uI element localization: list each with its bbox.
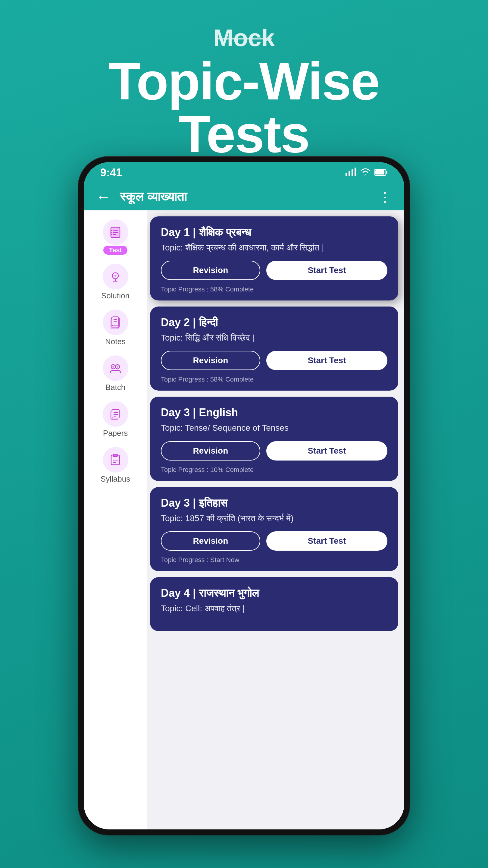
day3-eng-progress: Topic Progress : 10% Complete xyxy=(161,466,387,474)
papers-label: Papers xyxy=(103,429,128,438)
day2-start-test-button[interactable]: Start Test xyxy=(266,351,387,370)
nav-title: स्कूल व्याख्याता xyxy=(120,190,369,204)
status-time: 9:41 xyxy=(100,166,122,179)
day2-topic: Topic: सिद्धि और संधि विच्छेद | xyxy=(161,332,387,344)
svg-point-12 xyxy=(111,230,112,231)
syllabus-icon xyxy=(109,454,122,466)
day3-eng-title: Day 3 | English xyxy=(161,406,387,419)
test-icon-container xyxy=(103,219,128,245)
batch-icon xyxy=(109,362,122,375)
svg-rect-3 xyxy=(355,167,356,176)
day4-card: Day 4 | राजस्थान भुगोल Topic: Cell: अपवा… xyxy=(150,577,398,631)
day3-history-progress: Topic Progress : Start Now xyxy=(161,556,387,564)
test-active-badge: Test xyxy=(103,246,127,255)
day2-card: Day 2 | हिन्दी Topic: सिद्धि और संधि विच… xyxy=(150,307,398,391)
more-button[interactable]: ⋮ xyxy=(378,189,392,205)
sidebar-item-syllabus[interactable]: Syllabus xyxy=(84,444,147,487)
mock-label: Mock xyxy=(213,24,275,52)
syllabus-icon-container xyxy=(103,447,128,472)
svg-rect-37 xyxy=(113,454,118,457)
sidebar-item-test[interactable]: Test xyxy=(84,216,147,258)
svg-rect-32 xyxy=(112,410,119,418)
day4-title: Day 4 | राजस्थान भुगोल xyxy=(161,587,387,599)
signal-icon xyxy=(346,167,356,179)
day1-title: Day 1 | शैक्षिक प्रबन्ध xyxy=(161,226,387,239)
day3-history-topic: Topic: 1857 की क्रांति (भारत के सन्दर्भ … xyxy=(161,513,387,524)
svg-rect-6 xyxy=(375,170,384,175)
day3-eng-topic: Topic: Tense/ Sequence of Tenses xyxy=(161,422,387,434)
syllabus-label: Syllabus xyxy=(101,474,130,484)
title-line2: Tests xyxy=(178,104,310,163)
test-icon xyxy=(109,226,122,239)
day3-history-revision-button[interactable]: Revision xyxy=(161,531,260,551)
notes-label: Notes xyxy=(105,337,126,346)
day1-start-test-button[interactable]: Start Test xyxy=(266,261,387,280)
svg-rect-1 xyxy=(349,171,350,176)
svg-point-14 xyxy=(111,234,112,235)
status-icons xyxy=(346,167,388,179)
day2-title: Day 2 | हिन्दी xyxy=(161,316,387,329)
svg-rect-2 xyxy=(352,169,353,176)
solution-label: Solution xyxy=(101,291,130,301)
svg-point-30 xyxy=(117,366,119,368)
battery-icon xyxy=(375,167,388,179)
day4-topic: Topic: Cell: अपवाह तंत्र | xyxy=(161,602,387,614)
day3-history-card: Day 3 | इतिहास Topic: 1857 की क्रांति (भ… xyxy=(150,487,398,571)
sidebar-item-papers[interactable]: Papers xyxy=(84,398,147,441)
sidebar-item-batch[interactable]: Batch xyxy=(84,352,147,395)
sidebar: Test Solution xyxy=(84,210,147,830)
day1-card: Day 1 | शैक्षिक प्रबन्ध Topic: शैक्षिक प… xyxy=(150,216,398,301)
day3-eng-revision-button[interactable]: Revision xyxy=(161,441,260,461)
day3-history-start-test-button[interactable]: Start Test xyxy=(266,531,387,551)
back-button[interactable]: ← xyxy=(96,188,111,206)
day3-history-buttons: Revision Start Test xyxy=(161,531,387,551)
nav-bar: ← स्कूल व्याख्याता ⋮ xyxy=(84,183,404,210)
main-title: Topic-Wise Tests xyxy=(0,55,488,160)
phone-screen: 9:41 xyxy=(84,162,404,830)
day1-topic: Topic: शैक्षिक प्रबन्ध की अवधारणा, कार्य… xyxy=(161,242,387,253)
day3-history-title: Day 3 | इतिहास xyxy=(161,497,387,509)
day3-eng-card: Day 3 | English Topic: Tense/ Sequence o… xyxy=(150,397,398,481)
sidebar-item-notes[interactable]: Notes xyxy=(84,307,147,349)
solution-icon xyxy=(109,270,122,283)
papers-icon xyxy=(109,408,122,421)
phone-wrapper: 9:41 xyxy=(78,157,410,835)
svg-point-13 xyxy=(111,232,112,233)
wifi-icon xyxy=(360,167,371,179)
content-area: Test Solution xyxy=(84,210,404,830)
header-section: Mock Topic-Wise Tests xyxy=(0,24,488,160)
svg-rect-5 xyxy=(386,171,387,174)
day3-eng-buttons: Revision Start Test xyxy=(161,441,387,461)
svg-rect-0 xyxy=(346,173,347,176)
title-line1: Topic-Wise xyxy=(109,52,380,111)
day1-buttons: Revision Start Test xyxy=(161,261,387,280)
notes-icon xyxy=(109,316,122,329)
svg-point-29 xyxy=(112,366,114,368)
day1-revision-button[interactable]: Revision xyxy=(161,261,260,280)
day2-progress: Topic Progress : 58% Complete xyxy=(161,375,387,383)
cards-area: Day 1 | शैक्षिक प्रबन्ध Topic: शैक्षिक प… xyxy=(147,210,404,830)
batch-label: Batch xyxy=(105,383,126,392)
day2-revision-button[interactable]: Revision xyxy=(161,351,260,370)
status-bar: 9:41 xyxy=(84,162,404,183)
phone-outer: 9:41 xyxy=(78,157,410,835)
papers-icon-container xyxy=(103,401,128,427)
day3-eng-start-test-button[interactable]: Start Test xyxy=(266,441,387,461)
day2-buttons: Revision Start Test xyxy=(161,351,387,370)
sidebar-item-solution[interactable]: Solution xyxy=(84,261,147,304)
day1-progress: Topic Progress : 58% Complete xyxy=(161,285,387,293)
solution-icon-container xyxy=(103,264,128,289)
notes-icon-container xyxy=(103,310,128,335)
batch-icon-container xyxy=(103,355,128,381)
